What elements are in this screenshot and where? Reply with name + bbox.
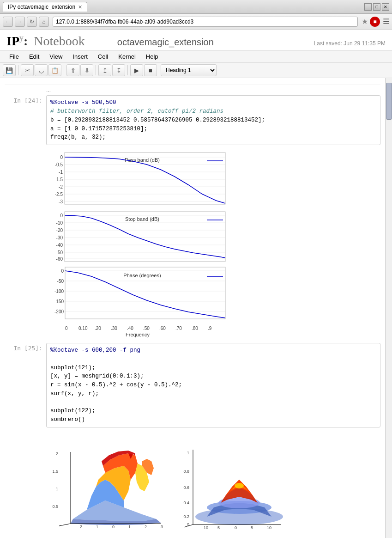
svg-text:0: 0 — [112, 525, 115, 529]
insert-below-button[interactable]: ↧ — [112, 64, 125, 76]
toolbar-separator-4 — [127, 65, 128, 75]
notebook-content: ... In [24]: %%octave -s 500,500 # butte… — [0, 78, 392, 538]
code-var-b: b = [0.2928932188813452 0.58578643762690… — [50, 117, 265, 123]
heading-cell: ... — [5, 85, 380, 93]
cell-25-output: 2 1.5 1 0.5 — [46, 427, 380, 538]
code-var-a: a = [1 0 0.171572875253810]; — [50, 126, 147, 132]
copy-button[interactable]: ◡ — [35, 64, 48, 76]
svg-text:0.4: 0.4 — [183, 500, 189, 505]
menu-file[interactable]: File — [5, 52, 24, 61]
svg-text:0.2: 0.2 — [183, 514, 189, 519]
interrupt-button[interactable]: ■ — [144, 64, 157, 76]
stopband-plot: 0 -10 -20 -30 -40 -50 -60 Stop band (dB) — [50, 209, 230, 264]
run-button[interactable]: ▶ — [130, 64, 143, 76]
code-comment-24: # butterworth filter, order 2, cutoff pi… — [50, 108, 223, 115]
code-xy: [x, y] = meshgrid(0:0.1:3); — [50, 373, 144, 379]
cell-24-input: In [24]: %%octave -s 500,500 # butterwor… — [5, 95, 380, 145]
bookmark-button[interactable]: ★ — [362, 17, 368, 26]
svg-text:1.5: 1.5 — [52, 469, 58, 474]
svg-text:-100: -100 — [54, 289, 64, 294]
jupyter-logo: IPy: Notebook — [6, 33, 85, 49]
svg-text:-50: -50 — [56, 250, 63, 255]
svg-text:-2: -2 — [59, 184, 63, 189]
forward-button[interactable]: → — [15, 17, 25, 27]
phase-title: Phase (degrees) — [123, 273, 161, 278]
insert-above-button[interactable]: ↥ — [98, 64, 111, 76]
svg-text:1: 1 — [96, 525, 98, 529]
paste-button[interactable]: 📋 — [48, 64, 61, 76]
code-magic-24: %%octave -s 500,500 — [50, 99, 116, 106]
move-down-button[interactable]: ⇩ — [80, 64, 93, 76]
svg-text:1: 1 — [187, 451, 189, 455]
cell-25-label: In [25]: — [5, 343, 46, 427]
svg-text:0.10: 0.10 — [78, 326, 88, 331]
frequency-axis: 0 0.10 .20 .30 .40 .50 .60 .70 .80 .9 Fr… — [50, 324, 230, 337]
cell-type-select[interactable]: Heading 1 Code Markdown Raw NBConvert — [161, 64, 217, 76]
svg-text:-3: -3 — [59, 199, 63, 204]
cell-24-code[interactable]: %%octave -s 500,500 # butterworth filter… — [46, 95, 380, 145]
sombrero-plot: 1 0.8 0.6 0.4 0.2 0 — [179, 436, 290, 533]
svg-text:-20: -20 — [56, 228, 63, 233]
code-surf: surf(x, y, r); — [50, 390, 99, 397]
svg-text:2: 2 — [56, 451, 58, 456]
svg-text:-0.5: -0.5 — [55, 162, 63, 167]
back-button[interactable]: ← — [3, 17, 13, 27]
svg-text:1: 1 — [128, 525, 131, 529]
jupyter-header: IPy: Notebook octavemagic_extension Last… — [0, 30, 392, 51]
cell-24: In [24]: %%octave -s 500,500 # butterwor… — [5, 95, 380, 341]
stop-button[interactable]: ■ — [370, 17, 380, 27]
browser-menu-button[interactable]: ☰ — [383, 17, 389, 26]
minimize-button[interactable]: _ — [364, 3, 372, 11]
tab-close-button[interactable]: ✕ — [78, 4, 82, 10]
menu-help[interactable]: Help — [141, 52, 163, 61]
code-subplot121: subplot(121); — [50, 365, 96, 371]
phase-plot: 0 -50 -100 -150 -200 Phase (degrees) — [50, 264, 230, 324]
toolbar-separator-1 — [18, 65, 18, 75]
cell-25-code[interactable]: %%octave -s 600,200 -f png subplot(121);… — [46, 343, 380, 427]
svg-text:0: 0 — [235, 525, 237, 530]
svg-text:0.6: 0.6 — [183, 485, 189, 490]
svg-text:.70: .70 — [175, 326, 182, 331]
menu-kernel[interactable]: Kernel — [114, 52, 140, 61]
svg-text:.60: .60 — [159, 326, 166, 331]
notebook-name: octavemagic_extension — [117, 37, 214, 48]
save-button[interactable]: 💾 — [3, 64, 16, 76]
svg-text:0.5: 0.5 — [52, 504, 58, 509]
menu-cell[interactable]: Cell — [93, 52, 113, 61]
home-button[interactable]: ⌂ — [39, 17, 49, 27]
cut-button[interactable]: ✂ — [21, 64, 34, 76]
scrollbar-thumb[interactable] — [386, 83, 392, 120]
menu-edit[interactable]: Edit — [24, 52, 44, 61]
code-r: r = sin(x - 0.5).^2 + cos(y - 0.5).^2; — [50, 382, 182, 388]
address-bar[interactable] — [53, 17, 358, 27]
code-freqz: freqz(b, a, 32); — [50, 134, 106, 140]
menu-view[interactable]: View — [45, 52, 67, 61]
menu-insert[interactable]: Insert — [68, 52, 92, 61]
cell-24-output: 0 -0.5 -1 -1.5 -2 -2.5 -3 Pass — [46, 145, 380, 341]
notebook-cells[interactable]: ... In [24]: %%octave -s 500,500 # butte… — [0, 78, 385, 538]
browser-titlebar: IPy octavemagic_extension ✕ _ □ ✕ — [0, 0, 392, 14]
window-controls: _ □ ✕ — [364, 3, 389, 11]
svg-text:-60: -60 — [56, 256, 63, 262]
browser-tab[interactable]: IPy octavemagic_extension ✕ — [3, 2, 87, 12]
3d-plots-container: 2 1.5 1 0.5 — [50, 431, 380, 537]
svg-text:1: 1 — [56, 487, 58, 491]
svg-text:.80: .80 — [192, 326, 198, 331]
svg-text:5: 5 — [251, 525, 253, 530]
notebook-scrollbar[interactable] — [385, 78, 392, 538]
svg-text:10: 10 — [267, 525, 271, 530]
svg-text:2: 2 — [145, 525, 147, 529]
reload-button[interactable]: ↻ — [27, 17, 37, 27]
passband-plot: 0 -0.5 -1 -1.5 -2 -2.5 -3 Pass — [50, 149, 230, 209]
logo-notebook: Notebook — [30, 34, 84, 48]
svg-text:-2.5: -2.5 — [55, 192, 63, 197]
logo-colon: : — [24, 34, 28, 48]
move-up-button[interactable]: ⇧ — [66, 64, 79, 76]
svg-text:.50: .50 — [143, 326, 150, 331]
close-button[interactable]: ✕ — [382, 3, 389, 11]
svg-text:-40: -40 — [56, 243, 63, 248]
svg-text:.30: .30 — [111, 326, 117, 331]
maximize-button[interactable]: □ — [373, 3, 380, 11]
svg-text:-10: -10 — [202, 525, 208, 530]
notebook-toolbar: 💾 ✂ ◡ 📋 ⇧ ⇩ ↥ ↧ ▶ ■ Heading 1 Code Markd… — [0, 63, 392, 78]
